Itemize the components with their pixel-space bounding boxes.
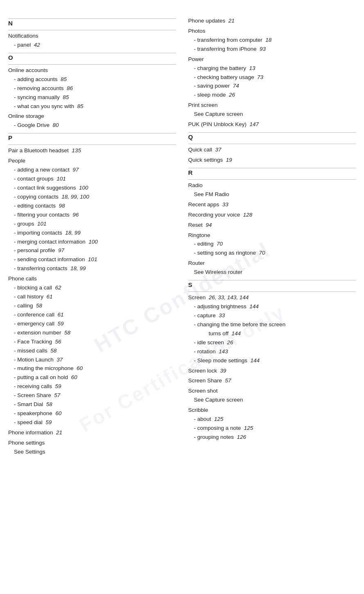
- page-num: 26: [229, 92, 235, 98]
- page-num: 58: [64, 330, 70, 336]
- index-entry: Print screen: [188, 101, 356, 110]
- section-divider-bottom: [8, 64, 176, 65]
- page-num: 19: [226, 157, 232, 163]
- page-num: 100: [79, 185, 88, 191]
- index-entry: Quick settings 19: [188, 156, 356, 165]
- page-num: 57: [54, 392, 60, 398]
- page-num: 58: [50, 348, 57, 354]
- page-num: 135: [72, 147, 81, 154]
- page-num: 100: [88, 239, 98, 245]
- index-entry: - Google Drive 80: [8, 121, 176, 130]
- index-entry: - conference call 61: [8, 311, 176, 319]
- index-entry: - sleep mode 26: [188, 91, 356, 99]
- index-entry: - changing the time before the screen: [188, 321, 356, 329]
- page-num: 96: [72, 212, 79, 218]
- index-entry: - rotation 143: [188, 348, 356, 356]
- page-num: 94: [206, 222, 212, 228]
- index-entry: - transferring from computer 18: [188, 36, 356, 45]
- index-entry: Quick call 37: [188, 146, 356, 154]
- index-entry: Pair a Bluetooth headset 135: [8, 147, 176, 155]
- page-num: 39: [220, 368, 226, 374]
- index-entry: See FM Radio: [188, 190, 356, 199]
- page-header: [0, 0, 364, 11]
- page-num: 59: [55, 383, 61, 389]
- index-entry: - receiving calls 59: [8, 382, 176, 391]
- index-entry: - checking battery usage 73: [188, 73, 356, 82]
- page-num: 60: [55, 410, 61, 416]
- page-num: 70: [217, 241, 223, 247]
- page-num: 97: [72, 167, 79, 173]
- page-num: 18, 99: [70, 265, 86, 271]
- page-num: 144: [232, 330, 241, 337]
- index-entry: Phone information 21: [8, 429, 176, 437]
- index-entry: - Smart Dial 58: [8, 400, 176, 409]
- index-entry: - calling 58: [8, 302, 176, 310]
- index-entry: See Settings: [8, 448, 176, 456]
- index-entry: turns off 144: [188, 330, 356, 338]
- page-num: 144: [251, 357, 260, 364]
- index-entry: Router: [188, 259, 356, 268]
- index-entry: - grouping notes 126: [188, 433, 356, 442]
- section-letter-q: Q: [188, 133, 356, 140]
- right-column: Phone updates 21Photos- transferring fro…: [184, 15, 356, 457]
- index-entry: Screen lock 39: [188, 367, 356, 375]
- index-entry: PUK (PIN Unblock Key) 147: [188, 120, 356, 129]
- page-num: 42: [34, 42, 40, 48]
- index-entry: - about 125: [188, 415, 356, 424]
- index-entry: Scribble: [188, 406, 356, 415]
- index-entry: - syncing manually 85: [8, 93, 176, 102]
- page-num: 144: [249, 303, 259, 309]
- index-entry: - charging the battery 13: [188, 64, 356, 73]
- index-entry: Screen 26, 33, 143, 144: [188, 294, 356, 302]
- section-divider-bottom: [8, 30, 176, 30]
- page-num: 58: [36, 303, 42, 309]
- content-wrapper: NNotifications- panel 42OOnline accounts…: [0, 11, 364, 465]
- page-num: 70: [259, 250, 265, 256]
- index-entry: Recording your voice 128: [188, 211, 356, 219]
- index-entry: Recent apps 33: [188, 201, 356, 209]
- index-entry: - importing contacts 18, 99: [8, 229, 176, 237]
- index-entry: Phone calls: [8, 275, 176, 283]
- index-entry: - extension number 58: [8, 329, 176, 337]
- page-num: 13: [249, 65, 255, 71]
- index-entry: - transferring contacts 18, 99: [8, 264, 176, 273]
- index-entry: - personal profile 97: [8, 246, 176, 255]
- index-entry: - composing a note 125: [188, 424, 356, 433]
- page-num: 74: [233, 83, 239, 89]
- index-entry: - blocking a call 62: [8, 284, 176, 292]
- index-entry: - transferring from iPhone 93: [188, 45, 356, 54]
- index-entry: - Motion Launch 37: [8, 356, 176, 364]
- index-entry: Reset 94: [188, 221, 356, 230]
- index-entry: - editing contacts 98: [8, 202, 176, 210]
- page-num: 37: [215, 147, 222, 153]
- page-num: 61: [47, 294, 53, 300]
- page-num: 59: [58, 321, 64, 327]
- index-entry: Screen Share 57: [188, 377, 356, 385]
- index-entry: Online accounts: [8, 66, 176, 75]
- index-entry: - adding a new contact 97: [8, 166, 176, 174]
- index-entry: - merging contact information 100: [8, 238, 176, 246]
- page-num: 86: [67, 85, 73, 91]
- section-letter-n: N: [8, 20, 176, 27]
- index-entry: - copying contacts 18, 99, 100: [8, 193, 176, 201]
- index-entry: - muting the microphone 60: [8, 364, 176, 373]
- page-num: 101: [57, 176, 66, 182]
- index-entry: Online storage: [8, 112, 176, 121]
- index-entry: Ringtone: [188, 231, 356, 240]
- page-num: 126: [237, 434, 246, 440]
- page-num: 101: [37, 221, 47, 227]
- index-entry: See Capture screen: [188, 396, 356, 404]
- page-num: 147: [250, 121, 259, 127]
- index-entry: - what can you sync with 85: [8, 102, 176, 111]
- index-entry: - emergency call 59: [8, 320, 176, 328]
- index-entry: - adding accounts 85: [8, 75, 176, 84]
- page-num: 18: [265, 37, 271, 43]
- index-entry: - Face Tracking 56: [8, 338, 176, 346]
- section-divider: [8, 18, 176, 19]
- page-num: 60: [77, 365, 83, 371]
- index-entry: - speed dial 59: [8, 418, 176, 427]
- index-entry: - call history 61: [8, 293, 176, 301]
- section-divider-bottom: [188, 179, 356, 180]
- index-entry: Phone settings: [8, 439, 176, 447]
- section-divider: [188, 280, 356, 280]
